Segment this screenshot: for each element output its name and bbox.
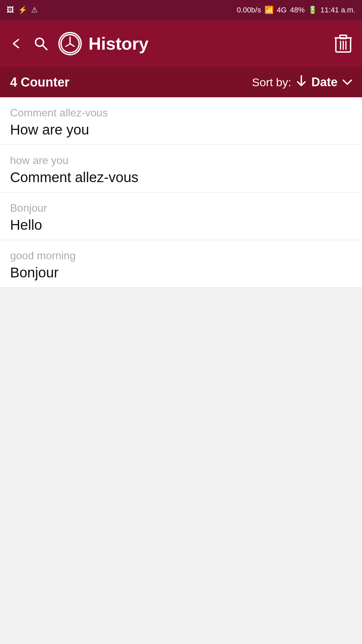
translation-result: Hello [10, 217, 352, 233]
translation-item[interactable]: BonjourHello [0, 193, 362, 240]
usb-icon: ⚡ [18, 6, 27, 14]
image-icon: 🖼 [7, 6, 14, 14]
status-bar: 🖼 ⚡ ⚠ 0.00b/s 📶 4G 48% 🔋 11:41 a.m. [0, 0, 362, 20]
status-bar-right: 0.00b/s 📶 4G 48% 🔋 11:41 a.m. [237, 6, 355, 14]
translation-source: Bonjour [10, 202, 352, 214]
counter-text: 4 Counter [10, 75, 69, 90]
svg-rect-7 [340, 35, 347, 39]
sort-by-label: Sort by: [252, 76, 291, 89]
translation-source: good morning [10, 250, 352, 262]
back-button[interactable] [10, 37, 23, 50]
time-display: 11:41 a.m. [320, 6, 355, 14]
app-bar: History [0, 20, 362, 67]
sort-direction-icon [296, 75, 306, 89]
translation-result: How are you [10, 122, 352, 138]
status-bar-left: 🖼 ⚡ ⚠ [7, 6, 38, 14]
app-bar-title-area: History [58, 32, 335, 55]
translation-item[interactable]: how are youComment allez-vous [0, 145, 362, 193]
svg-point-2 [61, 35, 79, 53]
sort-value: Date [311, 75, 338, 89]
app-bar-title: History [88, 34, 148, 54]
translation-list: Comment allez-vousHow are youhow are you… [0, 97, 362, 288]
svg-line-4 [70, 44, 74, 46]
sort-area[interactable]: Sort by: Date [252, 75, 352, 89]
delete-history-button[interactable] [335, 34, 352, 53]
search-button[interactable] [34, 36, 48, 51]
signal-strength: 4G [277, 6, 287, 14]
wifi-icon: 📶 [264, 6, 274, 14]
translation-result: Bonjour [10, 265, 352, 281]
battery-icon: 🔋 [308, 6, 317, 14]
network-speed: 0.00b/s [237, 6, 261, 14]
translation-item[interactable]: good morningBonjour [0, 240, 362, 288]
sort-dropdown-icon [343, 76, 352, 88]
battery-percentage: 48% [290, 6, 305, 14]
svg-line-1 [43, 45, 47, 50]
counter-bar: 4 Counter Sort by: Date [0, 67, 362, 97]
translation-item[interactable]: Comment allez-vousHow are you [0, 97, 362, 145]
history-clock-icon [58, 32, 82, 55]
translation-source: how are you [10, 154, 352, 167]
translation-source: Comment allez-vous [10, 107, 352, 119]
translation-result: Comment allez-vous [10, 169, 352, 185]
warning-icon: ⚠ [31, 6, 38, 14]
